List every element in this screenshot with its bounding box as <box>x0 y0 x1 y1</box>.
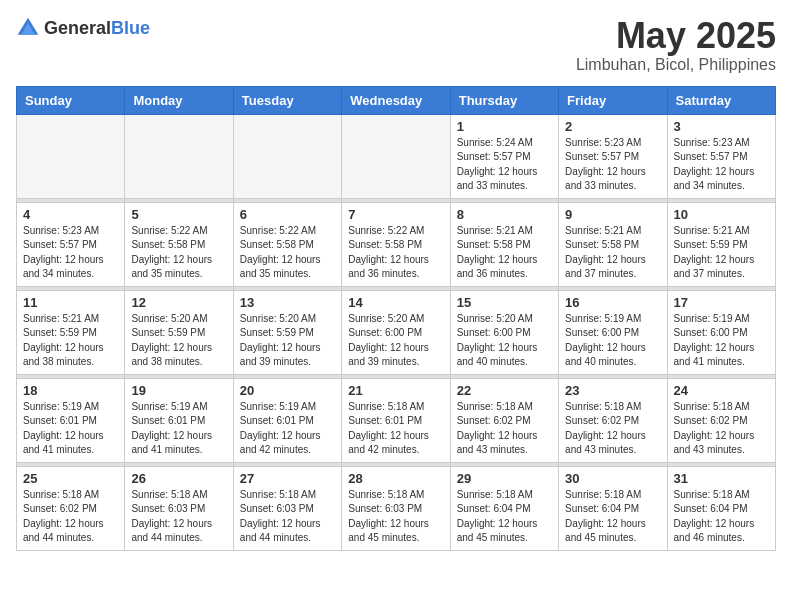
calendar-cell <box>17 114 125 198</box>
day-info: Sunrise: 5:18 AM Sunset: 6:02 PM Dayligh… <box>674 400 769 458</box>
day-number: 25 <box>23 471 118 486</box>
day-number: 31 <box>674 471 769 486</box>
day-number: 5 <box>131 207 226 222</box>
day-number: 13 <box>240 295 335 310</box>
day-number: 19 <box>131 383 226 398</box>
day-info: Sunrise: 5:18 AM Sunset: 6:02 PM Dayligh… <box>457 400 552 458</box>
calendar-day-header: Sunday <box>17 86 125 114</box>
calendar-cell: 31Sunrise: 5:18 AM Sunset: 6:04 PM Dayli… <box>667 466 775 550</box>
calendar-cell <box>233 114 341 198</box>
calendar-cell: 2Sunrise: 5:23 AM Sunset: 5:57 PM Daylig… <box>559 114 667 198</box>
calendar-day-header: Friday <box>559 86 667 114</box>
day-number: 17 <box>674 295 769 310</box>
calendar-cell: 28Sunrise: 5:18 AM Sunset: 6:03 PM Dayli… <box>342 466 450 550</box>
day-number: 2 <box>565 119 660 134</box>
calendar-cell: 7Sunrise: 5:22 AM Sunset: 5:58 PM Daylig… <box>342 202 450 286</box>
calendar-cell: 8Sunrise: 5:21 AM Sunset: 5:58 PM Daylig… <box>450 202 558 286</box>
calendar-cell: 25Sunrise: 5:18 AM Sunset: 6:02 PM Dayli… <box>17 466 125 550</box>
calendar-table: SundayMondayTuesdayWednesdayThursdayFrid… <box>16 86 776 551</box>
logo-icon <box>16 16 40 40</box>
day-info: Sunrise: 5:23 AM Sunset: 5:57 PM Dayligh… <box>674 136 769 194</box>
calendar-cell: 6Sunrise: 5:22 AM Sunset: 5:58 PM Daylig… <box>233 202 341 286</box>
calendar-cell: 17Sunrise: 5:19 AM Sunset: 6:00 PM Dayli… <box>667 290 775 374</box>
day-number: 9 <box>565 207 660 222</box>
day-info: Sunrise: 5:18 AM Sunset: 6:02 PM Dayligh… <box>23 488 118 546</box>
calendar-cell: 30Sunrise: 5:18 AM Sunset: 6:04 PM Dayli… <box>559 466 667 550</box>
day-number: 1 <box>457 119 552 134</box>
day-number: 22 <box>457 383 552 398</box>
logo-text-general: General <box>44 18 111 38</box>
day-info: Sunrise: 5:20 AM Sunset: 5:59 PM Dayligh… <box>240 312 335 370</box>
day-number: 30 <box>565 471 660 486</box>
calendar-cell: 29Sunrise: 5:18 AM Sunset: 6:04 PM Dayli… <box>450 466 558 550</box>
day-number: 27 <box>240 471 335 486</box>
day-number: 12 <box>131 295 226 310</box>
day-info: Sunrise: 5:18 AM Sunset: 6:03 PM Dayligh… <box>240 488 335 546</box>
calendar-cell: 20Sunrise: 5:19 AM Sunset: 6:01 PM Dayli… <box>233 378 341 462</box>
calendar-cell: 11Sunrise: 5:21 AM Sunset: 5:59 PM Dayli… <box>17 290 125 374</box>
day-info: Sunrise: 5:18 AM Sunset: 6:03 PM Dayligh… <box>348 488 443 546</box>
month-title: May 2025 <box>576 16 776 56</box>
calendar-cell: 15Sunrise: 5:20 AM Sunset: 6:00 PM Dayli… <box>450 290 558 374</box>
calendar-cell <box>125 114 233 198</box>
day-number: 28 <box>348 471 443 486</box>
calendar-cell <box>342 114 450 198</box>
day-number: 23 <box>565 383 660 398</box>
day-info: Sunrise: 5:24 AM Sunset: 5:57 PM Dayligh… <box>457 136 552 194</box>
day-info: Sunrise: 5:18 AM Sunset: 6:02 PM Dayligh… <box>565 400 660 458</box>
day-info: Sunrise: 5:19 AM Sunset: 6:00 PM Dayligh… <box>565 312 660 370</box>
calendar-cell: 14Sunrise: 5:20 AM Sunset: 6:00 PM Dayli… <box>342 290 450 374</box>
day-info: Sunrise: 5:19 AM Sunset: 6:01 PM Dayligh… <box>23 400 118 458</box>
calendar-cell: 1Sunrise: 5:24 AM Sunset: 5:57 PM Daylig… <box>450 114 558 198</box>
calendar-day-header: Tuesday <box>233 86 341 114</box>
calendar-day-header: Thursday <box>450 86 558 114</box>
logo: GeneralBlue <box>16 16 150 40</box>
day-info: Sunrise: 5:23 AM Sunset: 5:57 PM Dayligh… <box>23 224 118 282</box>
day-info: Sunrise: 5:20 AM Sunset: 6:00 PM Dayligh… <box>348 312 443 370</box>
calendar-cell: 10Sunrise: 5:21 AM Sunset: 5:59 PM Dayli… <box>667 202 775 286</box>
day-info: Sunrise: 5:18 AM Sunset: 6:04 PM Dayligh… <box>565 488 660 546</box>
day-info: Sunrise: 5:18 AM Sunset: 6:01 PM Dayligh… <box>348 400 443 458</box>
day-number: 7 <box>348 207 443 222</box>
calendar-cell: 24Sunrise: 5:18 AM Sunset: 6:02 PM Dayli… <box>667 378 775 462</box>
day-number: 24 <box>674 383 769 398</box>
day-number: 18 <box>23 383 118 398</box>
day-number: 11 <box>23 295 118 310</box>
calendar-cell: 9Sunrise: 5:21 AM Sunset: 5:58 PM Daylig… <box>559 202 667 286</box>
title-block: May 2025 Limbuhan, Bicol, Philippines <box>576 16 776 74</box>
day-number: 16 <box>565 295 660 310</box>
day-info: Sunrise: 5:21 AM Sunset: 5:58 PM Dayligh… <box>457 224 552 282</box>
page-header: GeneralBlue May 2025 Limbuhan, Bicol, Ph… <box>16 16 776 74</box>
day-info: Sunrise: 5:18 AM Sunset: 6:04 PM Dayligh… <box>457 488 552 546</box>
calendar-day-header: Wednesday <box>342 86 450 114</box>
day-info: Sunrise: 5:18 AM Sunset: 6:04 PM Dayligh… <box>674 488 769 546</box>
calendar-week-row: 4Sunrise: 5:23 AM Sunset: 5:57 PM Daylig… <box>17 202 776 286</box>
day-number: 20 <box>240 383 335 398</box>
calendar-cell: 21Sunrise: 5:18 AM Sunset: 6:01 PM Dayli… <box>342 378 450 462</box>
day-number: 10 <box>674 207 769 222</box>
day-info: Sunrise: 5:21 AM Sunset: 5:59 PM Dayligh… <box>674 224 769 282</box>
day-info: Sunrise: 5:22 AM Sunset: 5:58 PM Dayligh… <box>240 224 335 282</box>
day-number: 26 <box>131 471 226 486</box>
day-info: Sunrise: 5:19 AM Sunset: 6:00 PM Dayligh… <box>674 312 769 370</box>
calendar-cell: 13Sunrise: 5:20 AM Sunset: 5:59 PM Dayli… <box>233 290 341 374</box>
calendar-cell: 19Sunrise: 5:19 AM Sunset: 6:01 PM Dayli… <box>125 378 233 462</box>
day-number: 6 <box>240 207 335 222</box>
calendar-week-row: 18Sunrise: 5:19 AM Sunset: 6:01 PM Dayli… <box>17 378 776 462</box>
calendar-week-row: 25Sunrise: 5:18 AM Sunset: 6:02 PM Dayli… <box>17 466 776 550</box>
day-info: Sunrise: 5:20 AM Sunset: 6:00 PM Dayligh… <box>457 312 552 370</box>
calendar-cell: 5Sunrise: 5:22 AM Sunset: 5:58 PM Daylig… <box>125 202 233 286</box>
calendar-cell: 27Sunrise: 5:18 AM Sunset: 6:03 PM Dayli… <box>233 466 341 550</box>
calendar-week-row: 11Sunrise: 5:21 AM Sunset: 5:59 PM Dayli… <box>17 290 776 374</box>
calendar-cell: 12Sunrise: 5:20 AM Sunset: 5:59 PM Dayli… <box>125 290 233 374</box>
calendar-cell: 16Sunrise: 5:19 AM Sunset: 6:00 PM Dayli… <box>559 290 667 374</box>
day-number: 4 <box>23 207 118 222</box>
day-info: Sunrise: 5:21 AM Sunset: 5:59 PM Dayligh… <box>23 312 118 370</box>
day-number: 8 <box>457 207 552 222</box>
day-number: 15 <box>457 295 552 310</box>
calendar-day-header: Monday <box>125 86 233 114</box>
day-info: Sunrise: 5:18 AM Sunset: 6:03 PM Dayligh… <box>131 488 226 546</box>
calendar-cell: 26Sunrise: 5:18 AM Sunset: 6:03 PM Dayli… <box>125 466 233 550</box>
calendar-cell: 18Sunrise: 5:19 AM Sunset: 6:01 PM Dayli… <box>17 378 125 462</box>
calendar-header-row: SundayMondayTuesdayWednesdayThursdayFrid… <box>17 86 776 114</box>
